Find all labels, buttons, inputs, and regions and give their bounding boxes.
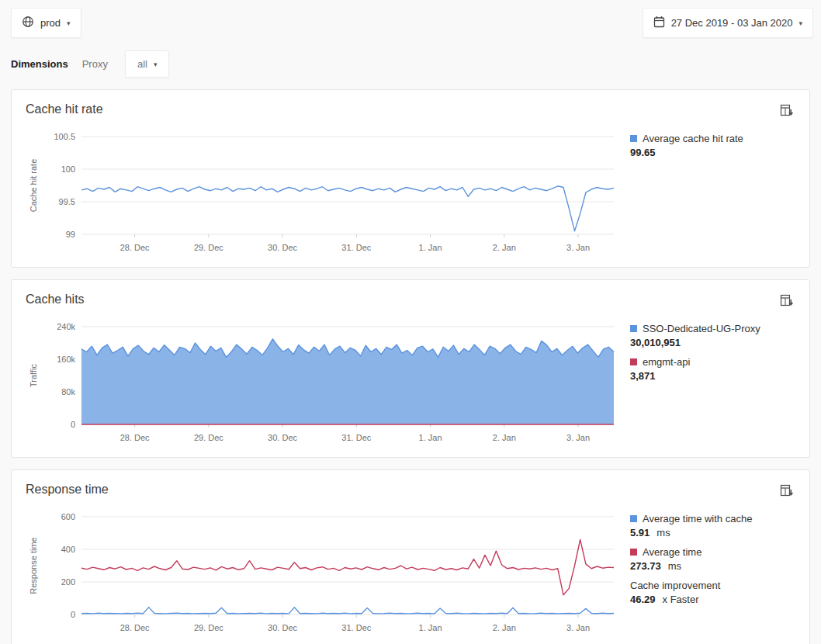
svg-text:100.5: 100.5 [54,132,75,141]
chevron-down-icon: ▾ [798,19,802,27]
environment-value: prod [40,17,61,29]
proxy-filter-dropdown[interactable]: all ▾ [125,50,170,78]
svg-text:30. Dec: 30. Dec [268,433,297,442]
svg-text:Cache hit rate: Cache hit rate [29,159,38,212]
dimensions-label: Dimensions [11,58,68,70]
svg-text:31. Dec: 31. Dec [341,243,371,252]
svg-text:1. Jan: 1. Jan [419,243,442,252]
svg-text:600: 600 [61,512,75,521]
svg-text:29. Dec: 29. Dec [194,243,223,252]
legend-series-label: Average time with cache [643,512,752,525]
legend-series-value: 273.73ms [630,560,795,572]
svg-text:29. Dec: 29. Dec [194,623,223,632]
svg-text:3. Jan: 3. Jan [566,623,590,632]
chart-svg: 100.510099.59928. Dec29. Dec30. Dec31. D… [26,129,617,256]
card-response-time: Response time 600400200028. Dec29. De [11,469,810,644]
legend-series-value: 99.65 [630,147,795,158]
proxy-filter-value: all [137,58,147,70]
legend-series-value: 5.91ms [630,527,795,538]
svg-text:Response time: Response time [29,537,38,594]
environment-selector[interactable]: prod ▾ [11,8,81,38]
chevron-down-icon: ▾ [67,19,71,27]
legend-swatch [630,135,637,142]
export-report-icon [780,488,794,500]
svg-text:Traffic: Traffic [29,364,38,387]
chevron-down-icon: ▾ [154,61,158,68]
export-report-button[interactable] [778,293,795,311]
export-report-button[interactable] [778,483,795,501]
svg-text:2. Jan: 2. Jan [493,623,516,632]
calendar-icon [653,16,665,30]
legend-series-label: Average time [643,545,701,559]
svg-text:31. Dec: 31. Dec [341,623,371,632]
svg-text:29. Dec: 29. Dec [194,433,223,442]
analytics-dashboard: prod ▾ 27 Dec 2019 - 03 Jan 2020 ▾ Dimen… [0,0,821,644]
cards-container: Cache hit rate 100.510099.59928. Dec2 [0,89,821,644]
cache-hit-rate-legend: Average cache hit rate99.65 [630,129,795,256]
svg-text:200: 200 [61,577,75,587]
legend-series-value: 46.29x Faster [630,594,795,605]
svg-text:30. Dec: 30. Dec [268,243,297,252]
svg-text:3. Jan: 3. Jan [566,433,590,442]
legend-item: Cache improvement46.29x Faster [630,579,795,605]
svg-text:28. Dec: 28. Dec [120,243,150,252]
response-time-legend: Average time with cache5.91msAverage tim… [630,509,795,636]
card-cache-hits: Cache hits 240k160k80k028. Dec29. Dec [11,279,810,458]
svg-text:2. Jan: 2. Jan [493,433,516,442]
legend-series-value: 3,871 [630,370,795,382]
chart-svg: 240k160k80k028. Dec29. Dec30. Dec31. Dec… [26,319,617,446]
cache-hit-rate-chart: 100.510099.59928. Dec29. Dec30. Dec31. D… [26,129,617,256]
date-range-picker[interactable]: 27 Dec 2019 - 03 Jan 2020 ▾ [643,8,813,38]
legend-series-label: SSO-Dedicated-UG-Proxy [643,322,760,335]
svg-text:400: 400 [61,545,75,554]
svg-text:240k: 240k [57,322,75,331]
svg-text:80k: 80k [61,387,75,396]
export-report-icon [780,298,794,310]
svg-text:3. Jan: 3. Jan [566,243,590,252]
legend-series-label: Cache improvement [630,579,720,592]
svg-text:99.5: 99.5 [59,197,75,206]
topbar: prod ▾ 27 Dec 2019 - 03 Jan 2020 ▾ [0,0,821,38]
svg-text:0: 0 [71,610,75,619]
svg-text:1. Jan: 1. Jan [419,433,442,442]
legend-series-value: 30,010,951 [630,337,795,348]
svg-text:100: 100 [61,164,75,174]
response-time-chart: 600400200028. Dec29. Dec30. Dec31. Dec1.… [26,509,617,636]
svg-text:31. Dec: 31. Dec [341,433,371,442]
legend-item: Average time273.73ms [630,545,795,572]
svg-text:160k: 160k [57,355,75,364]
card-title: Response time [26,483,109,497]
legend-swatch [630,325,637,332]
svg-text:30. Dec: 30. Dec [268,623,297,632]
legend-item: SSO-Dedicated-UG-Proxy30,010,951 [630,322,795,348]
legend-item: Average time with cache5.91ms [630,512,795,538]
cache-hits-legend: SSO-Dedicated-UG-Proxy30,010,951emgmt-ap… [630,319,795,446]
export-report-icon [780,108,794,119]
legend-item: emgmt-api3,871 [630,355,795,382]
svg-text:28. Dec: 28. Dec [120,433,150,442]
svg-text:99: 99 [66,230,75,239]
svg-text:0: 0 [71,420,75,429]
cache-hits-chart: 240k160k80k028. Dec29. Dec30. Dec31. Dec… [26,319,617,446]
card-cache-hit-rate: Cache hit rate 100.510099.59928. Dec2 [11,89,810,268]
globe-icon [22,16,34,30]
card-title: Cache hit rate [26,102,103,116]
legend-swatch [630,358,637,365]
svg-text:28. Dec: 28. Dec [120,623,150,632]
date-range-value: 27 Dec 2019 - 03 Jan 2020 [671,17,793,29]
card-title: Cache hits [26,293,85,306]
export-report-button[interactable] [778,102,795,121]
proxy-label: Proxy [82,58,108,70]
legend-series-label: Average cache hit rate [643,132,743,145]
legend-series-label: emgmt-api [643,355,690,369]
chart-svg: 600400200028. Dec29. Dec30. Dec31. Dec1.… [26,509,617,636]
legend-swatch [630,549,637,556]
svg-text:1. Jan: 1. Jan [419,623,442,632]
legend-item: Average cache hit rate99.65 [630,132,795,158]
dimensions-filter-row: Dimensions Proxy all ▾ [11,50,821,78]
svg-text:2. Jan: 2. Jan [493,243,516,252]
legend-swatch [630,515,637,522]
